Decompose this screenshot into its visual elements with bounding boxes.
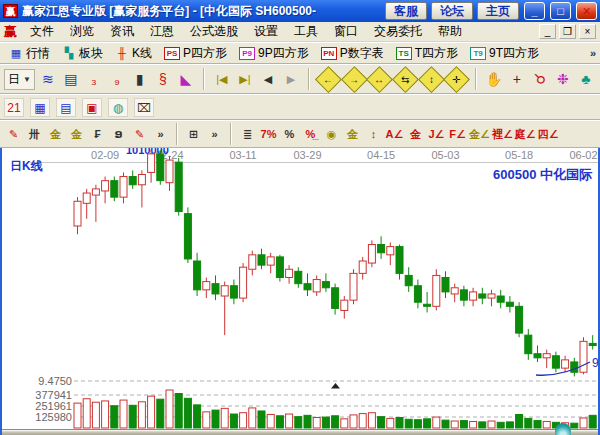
prev-icon[interactable]: ◀	[258, 68, 278, 90]
menu-gann[interactable]: 江恩	[143, 21, 181, 42]
gold-angle-icon[interactable]: 金∠	[469, 124, 490, 144]
li-angle-icon[interactable]: 裡∠	[492, 124, 513, 144]
expand-v-icon[interactable]: ↕	[418, 66, 445, 93]
p-square-button[interactable]: PSP四方形	[159, 44, 232, 63]
menu-help[interactable]: 帮助	[431, 21, 469, 42]
four-angle-icon[interactable]: 四∠	[538, 124, 559, 144]
hand-icon[interactable]: ✋	[484, 68, 504, 90]
flower-icon[interactable]: ❉	[553, 68, 573, 90]
volume-bar	[332, 416, 339, 428]
gold-grid-icon[interactable]: 金	[46, 124, 65, 144]
grid-icon[interactable]: 卅	[25, 124, 44, 144]
knot-icon[interactable]: §	[153, 68, 173, 90]
shift-right-icon[interactable]: →	[341, 66, 368, 93]
ting-angle-icon[interactable]: 庭∠	[515, 124, 536, 144]
notepad-icon[interactable]: ▤	[56, 98, 76, 117]
candle-body	[83, 193, 90, 203]
candle-dropdown-icon[interactable]: ▮	[130, 68, 150, 90]
flag-chart-icon[interactable]: ◣	[176, 68, 196, 90]
draw-overflow-chevron-1[interactable]: »	[151, 124, 170, 144]
mdi-minimize-button[interactable]: _	[539, 24, 556, 39]
menu-file[interactable]: 文件	[23, 21, 61, 42]
spiral-icon[interactable]: ອ	[109, 124, 128, 144]
forum-button[interactable]: 论坛	[431, 2, 473, 20]
expand-all-icon[interactable]: ✛	[443, 66, 470, 93]
percent-line-icon[interactable]: %̲	[301, 124, 320, 144]
homepage-button[interactable]: 主页	[477, 2, 519, 20]
a-angle-icon[interactable]: A∠	[385, 124, 404, 144]
menu-tools[interactable]: 工具	[287, 21, 325, 42]
expand-h-icon[interactable]: ↔	[366, 66, 393, 93]
p-number-table-button[interactable]: PNP数字表	[316, 44, 389, 63]
customer-service-button[interactable]: 客服	[385, 2, 427, 20]
t9-square-button[interactable]: T99T四方形	[465, 44, 544, 63]
brain-icon[interactable]: ♣	[576, 68, 596, 90]
nav-toolbar: 日▼ ≋ ▤ ₃ ₉ ▮ § ◣ |◀ ▶| ◀ ▶ ← → ↔ ⇆ ↕ ✛ ✋…	[0, 64, 600, 94]
kline-chart[interactable]: 02-0902-2403-1103-2904-1505-0305-1806-02…	[2, 148, 598, 433]
volume-bar	[92, 402, 99, 428]
f-angle-icon[interactable]: F∠	[448, 124, 467, 144]
kline-button[interactable]: ╫K线	[110, 44, 157, 63]
t-square-button[interactable]: TST四方形	[391, 44, 463, 63]
volume-bar	[286, 414, 293, 428]
candle-arrow-icon[interactable]: ↕	[364, 124, 383, 144]
calendar-icon[interactable]: 21	[4, 98, 24, 117]
menu-news[interactable]: 资讯	[103, 21, 141, 42]
j-angle-icon[interactable]: J∠	[427, 124, 446, 144]
toolbar-overflow-chevron[interactable]: »	[590, 47, 596, 59]
gold-line-icon[interactable]: 金	[343, 124, 362, 144]
pc-card-icon[interactable]: ⌧	[134, 98, 154, 117]
save-icon[interactable]: ▣	[82, 98, 102, 117]
candle-body	[267, 257, 274, 265]
p9-square-button[interactable]: P99P四方形	[234, 44, 314, 63]
sectors-button[interactable]: ▚板块	[57, 44, 108, 63]
volume-bar	[368, 413, 375, 428]
percent7-icon[interactable]: 7%	[259, 124, 278, 144]
mdi-restore-button[interactable]: ❐	[559, 24, 576, 39]
document-icon[interactable]: ▤	[61, 68, 81, 90]
volume-bar	[166, 390, 173, 428]
gold-red-icon[interactable]: 金	[406, 124, 425, 144]
volume-bar	[221, 408, 228, 428]
candle-body	[194, 261, 201, 290]
menu-window[interactable]: 窗口	[327, 21, 365, 42]
pen2-icon[interactable]: ✎	[130, 124, 149, 144]
draw-overflow-chevron-2[interactable]: »	[205, 124, 224, 144]
volume-bar	[543, 421, 550, 428]
maximize-button[interactable]: □	[550, 2, 571, 20]
calculator-icon[interactable]: ▦	[30, 98, 50, 117]
close-button[interactable]: ✕	[576, 2, 597, 20]
percent-icon[interactable]: %	[280, 124, 299, 144]
menu-trade[interactable]: 交易委托	[367, 21, 429, 42]
mdi-close-button[interactable]: ×	[579, 24, 596, 39]
wave-icon[interactable]: ≋	[38, 68, 58, 90]
f-grid-icon[interactable]: ₣	[88, 124, 107, 144]
chart-export-icon[interactable]: ◍	[108, 98, 128, 117]
menu-settings[interactable]: 设置	[247, 21, 285, 42]
horizontal-scrollbar[interactable]	[2, 429, 598, 435]
candle-body	[92, 189, 99, 195]
candle-body	[221, 286, 228, 296]
period-selector[interactable]: 日▼	[4, 69, 35, 90]
chart9-icon[interactable]: ₉	[107, 68, 127, 90]
pen-icon[interactable]: ✎	[4, 124, 23, 144]
crosshair-icon[interactable]: +	[507, 68, 527, 90]
magnifier-icon[interactable]: ⚲	[525, 64, 555, 94]
swap-h-icon[interactable]: ⇆	[392, 66, 419, 93]
quotes-button[interactable]: ▦行情	[4, 44, 55, 63]
minimize-button[interactable]: _	[524, 2, 545, 20]
candles-icon: ╫	[115, 47, 129, 60]
gold-grid2-icon[interactable]: 金	[67, 124, 86, 144]
first-icon[interactable]: |◀	[212, 68, 232, 90]
ruler-icon[interactable]: ≣	[238, 124, 257, 144]
chart3-icon[interactable]: ₃	[84, 68, 104, 90]
menu-formula-stockpick[interactable]: 公式选股	[183, 21, 245, 42]
date-tick-label: 05-03	[431, 149, 459, 161]
panel-layout-icon[interactable]: ⊞	[184, 124, 203, 144]
candle-body	[240, 267, 247, 298]
next-icon[interactable]: ▶	[281, 68, 301, 90]
shift-left-icon[interactable]: ←	[315, 66, 342, 93]
gold-circle-icon[interactable]: ◉	[322, 124, 341, 144]
menu-browse[interactable]: 浏览	[63, 21, 101, 42]
last-icon[interactable]: ▶|	[235, 68, 255, 90]
